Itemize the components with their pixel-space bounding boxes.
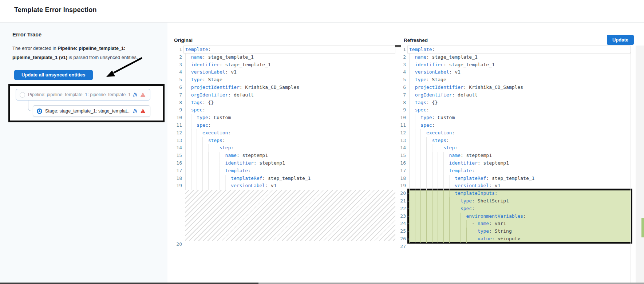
code-line: 6 projectIdentifier: Krishika_CD_Samples	[397, 84, 534, 91]
code-line: 16 identifier: steptemp1	[397, 159, 534, 167]
line-number: 16	[167, 159, 182, 167]
dialog-header: Template Error Inspection	[0, 0, 644, 23]
line-number: 13	[397, 137, 406, 145]
line-number: 5	[397, 76, 406, 84]
code-line: 10 type: Custom	[167, 114, 395, 122]
error-trace-sidebar: Error Trace The error detected in Pipeli…	[0, 23, 167, 283]
refreshed-panel: Refreshed Update 1template:2 name: stage…	[397, 23, 644, 283]
code-line: 18 templateRef: step_template_1	[167, 175, 395, 182]
line-number: 14	[167, 144, 182, 152]
line-number: 7	[397, 91, 406, 99]
line-number: 24	[397, 220, 406, 228]
line-number: 25	[397, 228, 406, 235]
template-icon	[133, 92, 137, 97]
code-line: 17 template:	[397, 167, 534, 175]
template-icon	[133, 109, 137, 113]
editor-scrollbar-track[interactable]	[631, 52, 631, 283]
error-trace-heading: Error Trace	[12, 31, 42, 38]
code-line: 14 - step:	[397, 144, 534, 152]
page-title: Template Error Inspection	[14, 6, 97, 14]
tree-item-label: Stage: stage_template_1: stage_templat..…	[45, 109, 130, 114]
line-number: 22	[397, 205, 406, 213]
line-number: 17	[167, 167, 182, 175]
radio-selected-icon[interactable]	[37, 109, 42, 114]
code-line: 3 identifier: stage_template_1	[167, 61, 395, 69]
warning-triangle-icon	[140, 109, 146, 114]
line-number: 19	[167, 182, 182, 190]
code-line: 8 tags: {}	[397, 99, 534, 107]
code-line: 22 spec:	[397, 205, 534, 213]
line-number: 2	[397, 54, 406, 61]
line-number: 4	[167, 68, 182, 76]
line-number: 27	[397, 243, 406, 251]
code-line: 13 steps:	[167, 137, 395, 145]
line-number: 3	[167, 61, 182, 69]
warning-triangle-icon	[140, 92, 146, 97]
code-line: 10 type: Custom	[397, 114, 534, 122]
refreshed-code-editor[interactable]: 1template:2 name: stage_template_13 iden…	[397, 46, 534, 251]
code-line: 5 type: Stage	[397, 76, 534, 84]
line-number: 18	[397, 175, 406, 182]
line-number: 6	[167, 84, 182, 91]
code-line: 24 - name: var1	[397, 220, 534, 228]
line-number: 19	[397, 182, 406, 190]
line-number: 8	[167, 99, 182, 107]
line-number: 10	[167, 114, 182, 122]
code-line: 19 versionLabel: v1	[167, 182, 395, 190]
update-all-unsynced-button[interactable]: Update all unsynced entities	[14, 70, 93, 80]
line-number: 15	[397, 152, 406, 159]
code-line: 13 steps:	[397, 137, 534, 145]
code-line: 6 projectIdentifier: Krishika_CD_Samples	[167, 84, 395, 91]
window-bottom-edge	[258, 283, 644, 284]
code-line: 20	[167, 241, 395, 248]
line-number: 7	[167, 91, 182, 99]
code-line: 23 environmentVariables:	[397, 213, 534, 220]
code-line: 11 spec:	[167, 122, 395, 129]
radio-unselected-icon[interactable]	[20, 92, 25, 98]
tree-item-pipeline[interactable]: Pipeline: pipeline_template_1: pipeline_…	[16, 89, 150, 100]
line-number: 2	[167, 54, 182, 61]
minimap-added-lines-marker	[641, 218, 644, 237]
code-line: 12 execution:	[167, 129, 395, 137]
tree-item-label: Pipeline: pipeline_template_1: pipeline_…	[28, 92, 130, 97]
line-number: 21	[397, 197, 406, 205]
code-line: 17 template:	[167, 167, 395, 175]
code-line: 8 tags: {}	[167, 99, 395, 107]
code-line: 21 type: ShellScript	[397, 197, 534, 205]
original-code-editor[interactable]: 1template:2 name: stage_template_13 iden…	[167, 46, 395, 248]
refreshed-panel-title: Refreshed	[404, 38, 428, 43]
code-line: 19 versionLabel: v1	[397, 182, 534, 190]
update-button[interactable]: Update	[607, 35, 634, 45]
panel-divider	[397, 23, 397, 283]
code-line: 2 name: stage_template_1	[167, 54, 395, 61]
code-line: 4 versionLabel: v1	[397, 68, 534, 76]
line-number: 18	[167, 175, 182, 182]
diff-gap-hatch	[185, 190, 395, 241]
line-number: 20	[167, 241, 182, 248]
code-line: 4 versionLabel: v1	[167, 68, 395, 76]
line-number: 10	[397, 114, 406, 122]
line-number: 6	[397, 84, 406, 91]
minimap[interactable]	[636, 46, 644, 283]
line-number: 12	[167, 129, 182, 137]
line-number: 3	[397, 61, 406, 69]
original-panel-title: Original	[174, 38, 193, 43]
line-number: 20	[397, 190, 406, 197]
code-line: 12 execution:	[397, 129, 534, 137]
code-line: 14 - step:	[167, 144, 395, 152]
line-number: 9	[167, 106, 182, 114]
code-line: 7 orgIdentifier: default	[397, 91, 534, 99]
tree-item-stage[interactable]: Stage: stage_template_1: stage_templat..…	[33, 105, 150, 117]
annotation-arrow-icon	[101, 56, 144, 79]
scrollbar-thumb[interactable]	[395, 45, 401, 47]
line-number: 8	[397, 99, 406, 107]
line-number: 5	[167, 76, 182, 84]
line-number: 15	[167, 152, 182, 159]
code-line: 20 templateInputs:	[397, 190, 534, 197]
error-trace-annotation-box: Pipeline: pipeline_template_1: pipeline_…	[8, 84, 165, 122]
code-line: 5 type: Stage	[167, 76, 395, 84]
line-number: 1	[167, 46, 182, 54]
code-line: 7 orgIdentifier: default	[167, 91, 395, 99]
line-number: 13	[167, 137, 182, 145]
code-line: 9 spec:	[167, 106, 395, 114]
